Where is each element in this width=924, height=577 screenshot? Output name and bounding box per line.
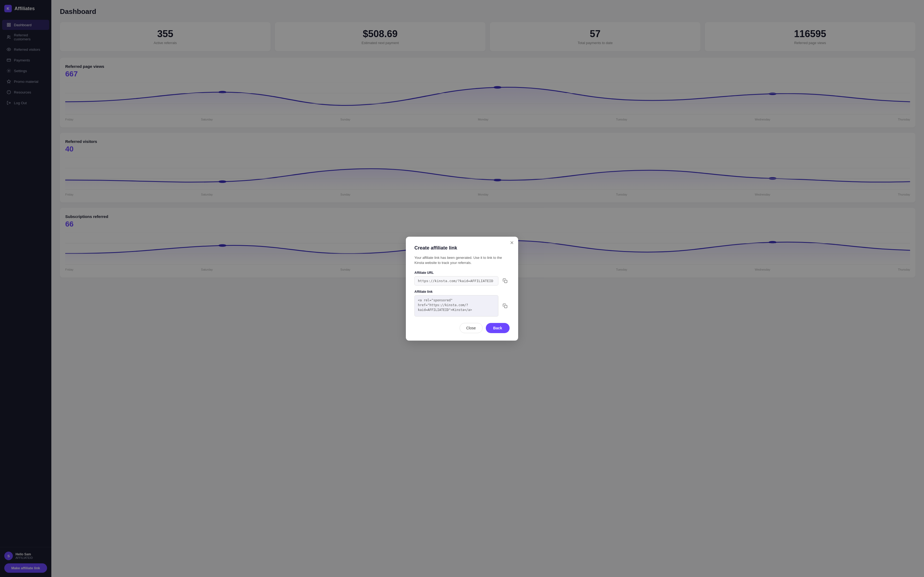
copy-link-button[interactable]: [501, 301, 510, 310]
copy-url-button[interactable]: [501, 276, 510, 285]
back-button[interactable]: Back: [486, 323, 510, 333]
url-input-row: [414, 276, 510, 285]
modal-close-button[interactable]: ✕: [510, 240, 514, 245]
modal-title: Create affiliate link: [414, 245, 510, 251]
svg-rect-35: [504, 280, 507, 283]
modal-footer: Close Back: [414, 323, 510, 333]
create-affiliate-link-modal: ✕ Create affiliate link Your affiliate l…: [406, 237, 518, 340]
affiliate-link-textarea[interactable]: <a rel="sponsored" href="https://kinsta.…: [414, 295, 498, 317]
close-button[interactable]: Close: [460, 323, 483, 333]
svg-rect-36: [504, 305, 507, 308]
modal-overlay: ✕ Create affiliate link Your affiliate l…: [0, 0, 924, 577]
link-label: Affiliate link: [414, 290, 510, 293]
url-label: Affiliate URL: [414, 271, 510, 275]
modal-description: Your affiliate link has been generated. …: [414, 255, 510, 266]
link-input-row: <a rel="sponsored" href="https://kinsta.…: [414, 295, 510, 317]
affiliate-url-input[interactable]: [414, 276, 498, 285]
